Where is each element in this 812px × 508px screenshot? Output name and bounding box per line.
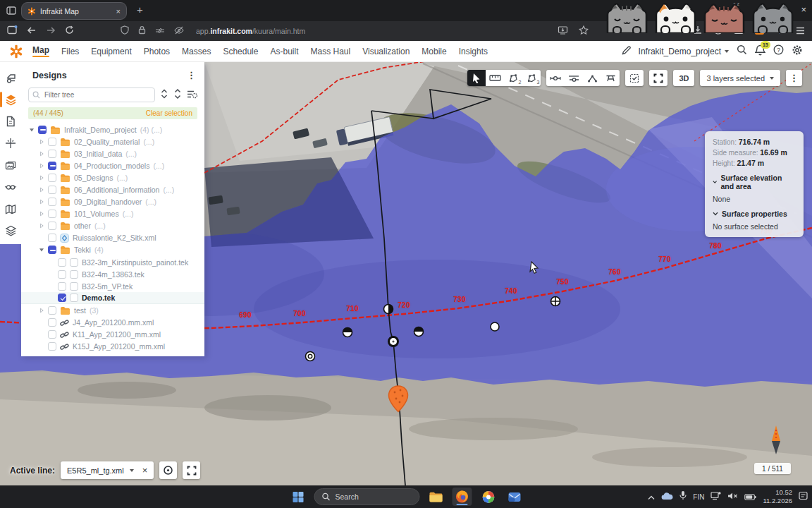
tree-item[interactable]: Infrakit_Demo_project(4) (...) <box>21 123 204 135</box>
checkbox[interactable] <box>48 150 56 158</box>
network-icon[interactable] <box>710 490 721 503</box>
photos-icon[interactable] <box>4 159 17 171</box>
tree-item[interactable]: other(...) <box>21 220 204 232</box>
checkbox[interactable] <box>48 222 56 230</box>
lock-icon[interactable] <box>138 25 146 37</box>
map-icon[interactable] <box>4 202 17 215</box>
offset-line-tool-button[interactable] <box>565 70 583 86</box>
visibility-goggles-icon[interactable] <box>4 181 17 193</box>
nav-tab-mass-haul[interactable]: Mass Haul <box>310 41 350 62</box>
checkbox-indeterminate[interactable] <box>48 246 56 254</box>
color-app-icon[interactable] <box>479 488 498 506</box>
notifications-bell-icon[interactable]: 15 <box>755 44 765 59</box>
measure-crosshair-icon[interactable] <box>4 137 17 150</box>
tree-item[interactable]: 06_Additional_information(...) <box>21 183 204 195</box>
line-node-tool-button[interactable] <box>546 70 565 86</box>
panel-kebab-menu[interactable]: ⋮ <box>187 70 196 80</box>
checkbox[interactable] <box>48 306 56 315</box>
tree-item[interactable]: 05_Designs(...) <box>21 171 204 183</box>
settings-gear-icon[interactable] <box>792 44 803 59</box>
checkbox[interactable] <box>70 282 78 291</box>
volume-muted-icon[interactable] <box>727 490 738 503</box>
taskbar-search-input[interactable] <box>336 492 406 501</box>
project-selector[interactable]: Infrakit_Demo_project <box>639 47 729 56</box>
language-indicator[interactable]: FIN <box>693 493 704 501</box>
file-explorer-icon[interactable] <box>426 488 446 506</box>
menu-icon[interactable] <box>796 25 805 37</box>
caret-collapsed-icon[interactable] <box>38 175 44 181</box>
equipment-icon[interactable] <box>4 71 17 84</box>
checkbox[interactable] <box>58 258 66 267</box>
caret-collapsed-icon[interactable] <box>38 151 44 157</box>
back-icon[interactable] <box>27 25 37 37</box>
search-icon[interactable] <box>737 44 747 58</box>
tree-item[interactable]: test(3) <box>21 304 204 316</box>
nav-tab-map[interactable]: Map <box>32 41 49 62</box>
checkbox[interactable] <box>48 330 56 339</box>
tree-item[interactable]: 03_Initial_data(...) <box>21 147 204 159</box>
tree-item[interactable]: K11_Ayp_201200_mm.xml <box>21 329 204 341</box>
nav-tab-insights[interactable]: Insights <box>459 41 488 62</box>
close-tab-icon[interactable]: × <box>116 7 121 16</box>
nav-tab-mobile[interactable]: Mobile <box>422 41 446 62</box>
locate-line-button[interactable] <box>159 461 177 479</box>
filter-tree-input[interactable] <box>28 87 155 102</box>
caret-collapsed-icon[interactable] <box>38 199 44 205</box>
nav-tab-files[interactable]: Files <box>61 41 79 62</box>
expand-all-icon[interactable] <box>160 89 168 102</box>
checkbox[interactable] <box>48 138 56 146</box>
checkbox[interactable] <box>48 198 56 206</box>
taskbar-search[interactable] <box>314 488 420 505</box>
checkbox[interactable] <box>48 174 56 182</box>
caret-expanded-icon[interactable] <box>28 127 35 133</box>
eye-slash-icon[interactable] <box>174 25 184 37</box>
tree-item[interactable]: B32-5m_VP.tek <box>21 280 204 292</box>
checkbox[interactable] <box>58 282 66 291</box>
multi-select-tool-button[interactable] <box>625 70 644 86</box>
caret-collapsed-icon[interactable] <box>38 308 44 313</box>
nav-tab-schedule[interactable]: Schedule <box>223 41 258 62</box>
checkbox[interactable] <box>70 258 78 267</box>
checkbox[interactable] <box>58 270 66 279</box>
edit-project-icon[interactable] <box>622 45 631 58</box>
forward-icon[interactable] <box>46 25 56 37</box>
caret-collapsed-icon[interactable] <box>38 163 44 169</box>
filter-settings-icon[interactable] <box>187 89 197 102</box>
map-kebab-menu[interactable]: ⋮ <box>786 70 802 86</box>
select-tool-button[interactable] <box>467 70 486 86</box>
start-button[interactable] <box>288 488 308 506</box>
zoom-to-line-button[interactable] <box>183 461 200 479</box>
checkbox[interactable] <box>48 318 56 327</box>
caret-collapsed-icon[interactable] <box>38 187 44 193</box>
checkbox[interactable] <box>48 342 56 351</box>
window-close-button[interactable]: × <box>801 4 806 15</box>
checkbox-indeterminate[interactable] <box>48 162 56 170</box>
cross-section-tool-button[interactable] <box>601 70 620 86</box>
documents-icon[interactable] <box>4 115 17 128</box>
nav-tab-visualization[interactable]: Visualization <box>362 41 410 62</box>
caret-expanded-icon[interactable] <box>38 247 44 253</box>
tree-item[interactable]: Demo.tek <box>21 292 204 304</box>
surface-elevation-section[interactable]: Surface elevation and area <box>713 174 796 190</box>
tree-item[interactable]: 09_Digital_handover(...) <box>21 196 204 208</box>
bookmark-star-icon[interactable] <box>579 25 589 37</box>
area-2d-tool-button[interactable]: 2 <box>504 70 522 86</box>
nav-tab-equipment[interactable]: Equipment <box>91 41 131 62</box>
caret-collapsed-icon[interactable] <box>38 139 44 145</box>
taskbar-clock[interactable]: 10.5211.2.2026 <box>763 488 792 505</box>
tree-item[interactable]: B32-4m_13863.tek <box>21 268 204 280</box>
measure-tool-button[interactable] <box>486 70 504 86</box>
checkbox[interactable] <box>70 270 78 279</box>
tree-item[interactable]: B32-3m_Kirstinpuisto_painot.tek <box>21 256 204 268</box>
firefox-icon[interactable] <box>453 488 472 506</box>
area-3d-tool-button[interactable]: 3 <box>522 70 541 86</box>
onedrive-icon[interactable] <box>661 490 673 503</box>
tray-chevron-icon[interactable] <box>648 490 655 503</box>
nav-tab-masses[interactable]: Masses <box>182 41 211 62</box>
help-icon[interactable]: ? <box>773 44 784 58</box>
checkbox-indeterminate[interactable] <box>38 126 47 134</box>
layers-dropdown[interactable]: 3 layers selected <box>700 70 780 86</box>
tree-item[interactable]: 02_Quality_material(...) <box>21 135 204 147</box>
new-tab-button[interactable]: + <box>137 4 143 16</box>
caret-collapsed-icon[interactable] <box>38 211 44 217</box>
